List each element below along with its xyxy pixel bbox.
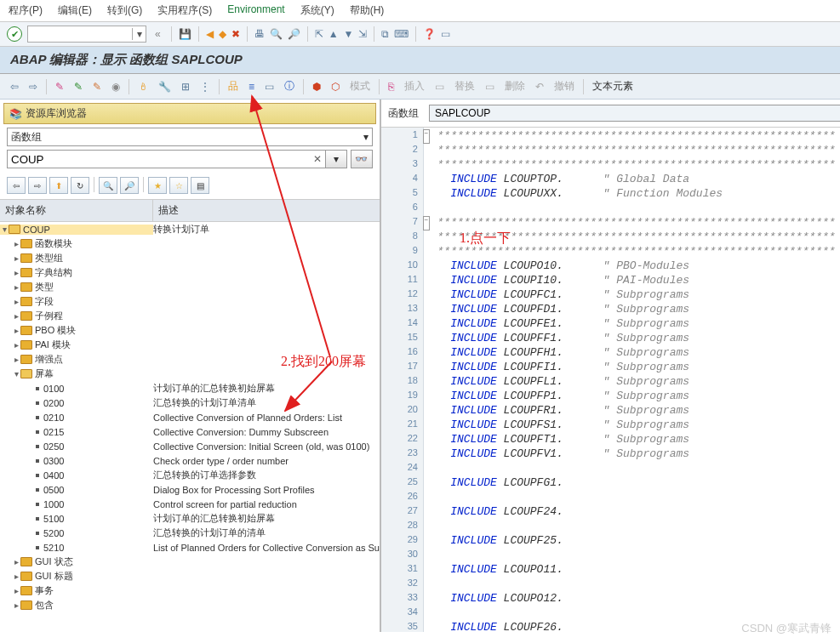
tree-row[interactable]: ▸增强点	[0, 352, 380, 367]
tree-fav-icon[interactable]: ★	[148, 177, 167, 194]
next-page-icon[interactable]: ▼	[344, 28, 354, 40]
clear-search-icon[interactable]: ✕	[313, 153, 322, 165]
help-icon[interactable]: ❓	[423, 28, 436, 40]
object-type-dropdown[interactable]: 函数组▾	[7, 128, 373, 146]
print-icon[interactable]: 🖶	[254, 28, 265, 40]
shortcut-icon[interactable]: ⌨	[394, 28, 409, 40]
cancel-icon[interactable]: ✖	[231, 28, 240, 40]
menu-system[interactable]: 系统(Y)	[300, 3, 334, 18]
tree-row[interactable]: 0400汇总转换的订单选择参数	[0, 468, 380, 482]
nav-back-icon[interactable]: ⇦	[7, 79, 22, 94]
tree-up-icon[interactable]: ⬆	[49, 177, 68, 194]
tree-row[interactable]: 5200汇总转换的计划订单的清单	[0, 526, 380, 540]
menu-environment[interactable]: Environment	[227, 3, 284, 18]
tree-row[interactable]: ▸字典结构	[0, 265, 380, 280]
tree-fwd-icon[interactable]: ⇨	[28, 177, 47, 194]
nav-fwd-icon[interactable]: ⇨	[26, 79, 41, 94]
object-list-icon[interactable]: ⋮	[197, 79, 214, 94]
watermark: CSDN @寒武青锋	[741, 621, 831, 636]
main-area: 📚 资源库浏览器 函数组▾ ✕ ▾ 👓 ⇦ ⇨ ⬆ ↻ 🔍 🔎 ★ ☆	[0, 100, 840, 632]
tree-row[interactable]: ▸事务	[0, 583, 380, 598]
tree-row[interactable]: ▸类型	[0, 280, 380, 294]
pattern-button[interactable]: 模式	[346, 77, 374, 95]
new-session-icon[interactable]: ⧉	[381, 28, 389, 40]
find-icon[interactable]: 🔍	[270, 28, 283, 40]
tree-fav2-icon[interactable]: ☆	[169, 177, 188, 194]
tree-row[interactable]: ▸GUI 标题	[0, 569, 380, 583]
back-icon[interactable]: ◀	[206, 28, 214, 40]
tree-row[interactable]: ▸GUI 状态	[0, 555, 380, 569]
code-content[interactable]: ****************************************…	[424, 128, 840, 632]
tree-findnext-icon[interactable]: 🔎	[120, 177, 139, 194]
left-pane: 📚 资源库浏览器 函数组▾ ✕ ▾ 👓 ⇦ ⇨ ⬆ ↻ 🔍 🔎 ★ ☆	[0, 100, 381, 632]
menu-utilities[interactable]: 实用程序(S)	[157, 3, 212, 18]
text-elements-button[interactable]: 文本元素	[589, 77, 637, 95]
enhance-icon[interactable]: ✎	[89, 79, 105, 94]
tree-row[interactable]: ▸子例程	[0, 309, 380, 323]
save-icon[interactable]: 💾	[179, 28, 191, 40]
tree-row[interactable]: 0210Collective Conversion of Planned Ord…	[0, 410, 380, 424]
tree-row[interactable]: 0250Collective Conversion: Initial Scree…	[0, 439, 380, 453]
history-dropdown[interactable]: «	[151, 28, 164, 40]
test-icon[interactable]: 🔧	[155, 79, 174, 94]
object-search-input[interactable]	[7, 150, 329, 168]
delete-button[interactable]: 删除	[501, 77, 529, 95]
breakpoint2-icon[interactable]: ⬡	[328, 79, 343, 94]
last-page-icon[interactable]: ⇲	[358, 28, 367, 40]
menu-help[interactable]: 帮助(H)	[350, 3, 385, 18]
function-group-label: 函数组	[388, 106, 419, 121]
tree-list-icon[interactable]: ▤	[191, 177, 209, 194]
tree-row[interactable]: ▸函数模块	[0, 236, 380, 251]
other-object-icon[interactable]: ✎	[71, 79, 86, 94]
line-gutter: 1234567891011121314151617181920212223242…	[381, 128, 424, 632]
layout-icon[interactable]: ▭	[441, 28, 450, 40]
tree-row[interactable]: 0300Check order type / order number	[0, 453, 380, 468]
function-group-field[interactable]	[429, 105, 840, 122]
tree-find-icon[interactable]: 🔍	[99, 177, 117, 194]
repo-browser-label: 资源库浏览器	[26, 106, 87, 121]
enter-button[interactable]: ✔	[7, 26, 22, 42]
menu-program[interactable]: 程序(P)	[9, 3, 43, 18]
tree-row[interactable]: ▸类型组	[0, 251, 380, 265]
code-editor[interactable]: 1234567891011121314151617181920212223242…	[381, 128, 840, 632]
where-used-icon[interactable]: ⊞	[178, 79, 193, 94]
command-field[interactable]: ▾	[27, 26, 146, 43]
first-page-icon[interactable]: ⇱	[315, 28, 323, 40]
tree-row[interactable]: ▸PBO 模块	[0, 323, 380, 338]
menu-edit[interactable]: 编辑(E)	[58, 3, 92, 18]
tree-row[interactable]: 5100计划订单的汇总转换初始屏幕	[0, 511, 380, 526]
exit-icon[interactable]: ◆	[219, 28, 226, 40]
info-icon[interactable]: ⓘ	[281, 77, 298, 95]
insert-button[interactable]: 插入	[401, 77, 428, 95]
tree-row[interactable]: ▾COUP转换计划订单	[0, 222, 380, 236]
display-object-icon[interactable]: ✎	[52, 79, 67, 94]
tree-row[interactable]: 5210List of Planned Orders for Collectiv…	[0, 540, 380, 555]
tree-back-icon[interactable]: ⇦	[7, 177, 26, 194]
search-dropdown-button[interactable]: ▾	[325, 150, 347, 168]
hierarchy-icon[interactable]: 品	[225, 77, 242, 95]
find-next-icon[interactable]: 🔎	[288, 28, 300, 40]
replace-icon: ▭	[431, 79, 448, 94]
undo-button[interactable]: 撤销	[551, 77, 578, 95]
display-button[interactable]: 👓	[351, 150, 373, 168]
activate-icon[interactable]: 🕯	[134, 79, 151, 94]
menu-goto[interactable]: 转到(G)	[107, 3, 142, 18]
window-icon[interactable]: ▭	[261, 79, 277, 94]
tree-row[interactable]: 0200汇总转换的计划订单清单	[0, 395, 380, 410]
tree-row[interactable]: ▾屏幕	[0, 367, 380, 381]
tree-row[interactable]: 0100计划订单的汇总转换初始屏幕	[0, 381, 380, 395]
tree-row[interactable]: ▸包含	[0, 598, 380, 612]
insert-icon[interactable]: ⎘	[385, 79, 397, 94]
prev-page-icon[interactable]: ▲	[329, 28, 339, 40]
breakpoint-icon[interactable]: ⬢	[309, 79, 324, 94]
display-list-icon[interactable]: ≡	[245, 79, 258, 94]
tree-row[interactable]: ▸PAI 模块	[0, 338, 380, 352]
check-icon[interactable]: ◉	[108, 79, 123, 94]
tree-row[interactable]: 1000Control screen for partial reduction	[0, 497, 380, 511]
tree-row[interactable]: ▸字段	[0, 294, 380, 309]
tree-row[interactable]: 0500Dialog Box for Processing Sort Profi…	[0, 482, 380, 497]
tree-refresh-icon[interactable]: ↻	[71, 177, 89, 194]
replace-button[interactable]: 替换	[451, 77, 478, 95]
tree-row[interactable]: 0215Collective Conversion: Dummy Subscre…	[0, 424, 380, 439]
object-tree[interactable]: ▾COUP转换计划订单▸函数模块▸类型组▸字典结构▸类型▸字段▸子例程▸PBO …	[0, 222, 380, 632]
